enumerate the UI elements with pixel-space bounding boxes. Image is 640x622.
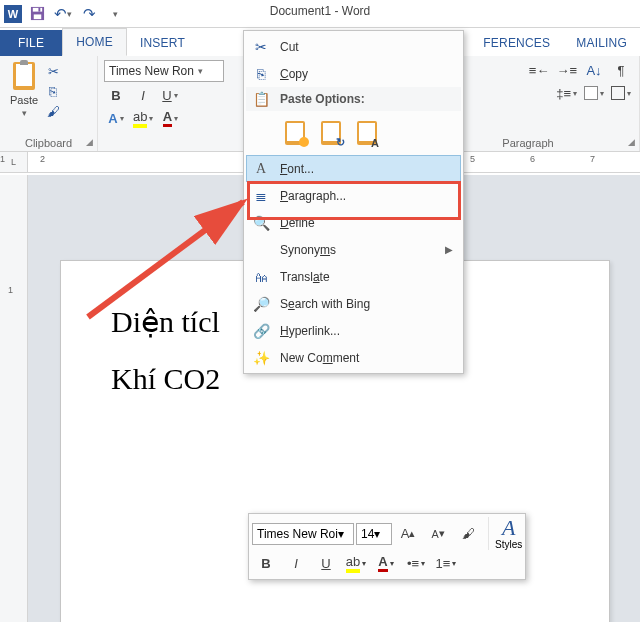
paste-options xyxy=(246,111,461,155)
clipboard-icon: 📋 xyxy=(252,90,270,108)
clipboard-dialog-launcher[interactable]: ◢ xyxy=(86,137,93,147)
svg-rect-1 xyxy=(32,8,41,12)
comment-icon: ✨ xyxy=(252,349,270,367)
mini-numbering[interactable]: 1≡▾ xyxy=(432,552,460,574)
scissors-icon: ✂ xyxy=(252,38,270,56)
mini-format-painter[interactable]: 🖌 xyxy=(454,523,482,545)
font-name-combo[interactable]: Times New Ron▾ xyxy=(104,60,224,82)
paragraph-dialog-launcher[interactable]: ◢ xyxy=(628,137,635,147)
submenu-arrow-icon: ▶ xyxy=(445,244,453,255)
tab-mailings[interactable]: MAILING xyxy=(563,30,640,56)
title-bar: W ↶▾ ↷ ▾ Document1 - Word xyxy=(0,0,640,28)
define-icon: 🔍 xyxy=(252,214,270,232)
tab-home[interactable]: HOME xyxy=(62,28,127,56)
ctx-define[interactable]: 🔍 Define xyxy=(246,209,461,236)
paste-keep-source[interactable] xyxy=(280,118,310,148)
undo-button[interactable]: ↶▾ xyxy=(52,3,74,25)
font-icon: A xyxy=(252,160,270,178)
context-menu: ✂ Cut ⎘ Copy 📋 Paste Options: A Font... … xyxy=(243,30,464,374)
bold-button[interactable]: B xyxy=(104,85,128,105)
svg-rect-3 xyxy=(38,8,40,12)
synonyms-icon xyxy=(252,241,270,259)
text-effects-button[interactable]: A▾ xyxy=(104,108,128,128)
tab-file[interactable]: FILE xyxy=(0,30,62,56)
italic-button[interactable]: I xyxy=(131,85,155,105)
highlight-button[interactable]: ab▾ xyxy=(131,108,155,128)
paste-options-header: 📋 Paste Options: xyxy=(246,87,461,111)
ctx-search-bing[interactable]: 🔎 Search with Bing xyxy=(246,290,461,317)
ctx-font[interactable]: A Font... xyxy=(246,155,461,182)
tab-references[interactable]: FERENCES xyxy=(483,30,563,56)
paragraph-icon: ≣ xyxy=(252,187,270,205)
mini-italic[interactable]: I xyxy=(282,552,310,574)
grow-font-button[interactable]: A▴ xyxy=(394,523,422,545)
ctx-copy[interactable]: ⎘ Copy xyxy=(246,60,461,87)
group-clipboard: Paste ▾ ✂ ⎘ 🖌 Clipboard◢ xyxy=(0,56,98,151)
ctx-paragraph[interactable]: ≣ Paragraph... xyxy=(246,182,461,209)
font-color-button[interactable]: A▾ xyxy=(158,108,182,128)
quick-access-toolbar: W ↶▾ ↷ ▾ xyxy=(0,0,130,27)
mini-font-color[interactable]: A▾ xyxy=(372,552,400,574)
ctx-synonyms[interactable]: Synonyms ▶ xyxy=(246,236,461,263)
mini-size-combo[interactable]: 14▾ xyxy=(356,523,392,545)
redo-button[interactable]: ↷ xyxy=(78,3,100,25)
mini-font-combo[interactable]: Times New Roi▾ xyxy=(252,523,354,545)
hyperlink-icon: 🔗 xyxy=(252,322,270,340)
translate-icon: 🗛 xyxy=(252,268,270,286)
copy-button[interactable]: ⎘ xyxy=(44,82,62,100)
paste-text-only[interactable] xyxy=(352,118,382,148)
indent-inc-button[interactable]: →≡ xyxy=(554,60,579,80)
mini-bullets[interactable]: •≡▾ xyxy=(402,552,430,574)
cut-button[interactable]: ✂ xyxy=(44,62,62,80)
ctx-hyperlink[interactable]: 🔗 Hyperlink... xyxy=(246,317,461,344)
borders-button[interactable]: ▾ xyxy=(609,83,633,103)
indent-dec-button[interactable]: ≡← xyxy=(527,60,552,80)
mini-underline[interactable]: U xyxy=(312,552,340,574)
shading-button[interactable]: ▾ xyxy=(582,83,606,103)
svg-rect-2 xyxy=(33,14,41,19)
mini-bold[interactable]: B xyxy=(252,552,280,574)
line-spacing-button[interactable]: ‡≡▾ xyxy=(554,83,579,103)
sort-button[interactable]: A↓ xyxy=(582,60,606,80)
search-icon: 🔎 xyxy=(252,295,270,313)
mini-toolbar: Times New Roi▾ 14▾ A▴ A▾ 🖌 A Styles B I … xyxy=(248,513,526,580)
tab-insert[interactable]: INSERT xyxy=(127,30,198,56)
qat-customize[interactable]: ▾ xyxy=(104,3,126,25)
paste-merge[interactable] xyxy=(316,118,346,148)
styles-icon: A xyxy=(502,517,515,539)
copy-icon: ⎘ xyxy=(252,65,270,83)
mini-styles[interactable]: A Styles xyxy=(488,517,522,550)
ctx-new-comment[interactable]: ✨ New Comment xyxy=(246,344,461,371)
shrink-font-button[interactable]: A▾ xyxy=(424,523,452,545)
underline-button[interactable]: U▾ xyxy=(158,85,182,105)
format-painter-button[interactable]: 🖌 xyxy=(44,102,62,120)
paste-button[interactable]: Paste ▾ xyxy=(6,60,42,120)
word-icon[interactable]: W xyxy=(4,5,22,23)
save-button[interactable] xyxy=(26,3,48,25)
ctx-cut[interactable]: ✂ Cut xyxy=(246,33,461,60)
window-title: Document1 - Word xyxy=(270,4,370,18)
mini-highlight[interactable]: ab▾ xyxy=(342,552,370,574)
vertical-ruler[interactable]: 1 xyxy=(0,175,28,622)
ctx-translate[interactable]: 🗛 Translate xyxy=(246,263,461,290)
show-marks-button[interactable]: ¶ xyxy=(609,60,633,80)
